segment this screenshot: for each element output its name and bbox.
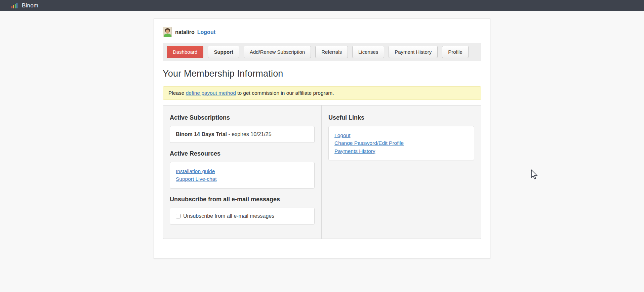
membership-panel: Active Subscriptions Binom 14 Days Trial… (163, 105, 481, 239)
tab-referrals[interactable]: Referrals (315, 46, 348, 58)
list-item: Change Password/Edit Profile (334, 139, 468, 147)
brand-name: Binom (22, 2, 38, 9)
tab-support[interactable]: Support (208, 46, 239, 58)
mouse-cursor-icon (530, 169, 538, 179)
list-item: Installation guide (176, 167, 309, 175)
resources-card: Installation guide Support Live-chat (170, 162, 315, 189)
useful-logout-link[interactable]: Logout (334, 132, 350, 138)
payments-history-link[interactable]: Payments History (334, 148, 375, 154)
change-password-edit-profile-link[interactable]: Change Password/Edit Profile (334, 140, 404, 146)
tab-bar: Dashboard Support Add/Renew Subscription… (163, 43, 481, 61)
username-label: nataliro (175, 29, 195, 35)
topbar: Binom (0, 0, 644, 11)
user-avatar (163, 27, 172, 37)
tab-add-renew-subscription[interactable]: Add/Renew Subscription (244, 46, 311, 58)
useful-links-card: Logout Change Password/Edit Profile Paym… (328, 126, 474, 160)
list-item: Logout (334, 131, 468, 139)
alert-text-prefix: Please (168, 90, 186, 96)
user-row: nataliro Logout (163, 27, 481, 37)
subscription-name: Binom 14 Days Trial (176, 131, 227, 137)
useful-links-title: Useful Links (328, 114, 474, 121)
active-subscriptions-title: Active Subscriptions (170, 114, 315, 121)
logout-link[interactable]: Logout (197, 29, 215, 35)
binom-barchart-logo-icon (11, 3, 18, 8)
list-item: Support Live-chat (176, 175, 309, 183)
support-live-chat-link[interactable]: Support Live-chat (176, 176, 217, 182)
subscription-card: Binom 14 Days Trial - expires 10/21/25 (170, 126, 315, 143)
installation-guide-link[interactable]: Installation guide (176, 168, 215, 174)
alert-text-suffix: to get commission in our affiliate progr… (236, 90, 334, 96)
unsubscribe-checkbox-label: Unsubscribe from all e-mail messages (183, 213, 274, 219)
tab-dashboard[interactable]: Dashboard (167, 46, 203, 58)
list-item: Payments History (334, 147, 468, 155)
panel-left-column: Active Subscriptions Binom 14 Days Trial… (163, 106, 321, 239)
panel-right-column: Useful Links Logout Change Password/Edit… (321, 106, 481, 239)
subscription-expiry: - expires 10/21/25 (227, 131, 272, 137)
payout-warning-alert: Please define payout method to get commi… (163, 86, 481, 100)
tab-profile[interactable]: Profile (442, 46, 469, 58)
active-resources-title: Active Resources (170, 150, 315, 157)
unsubscribe-card: Unsubscribe from all e-mail messages (170, 208, 315, 224)
membership-card: nataliro Logout Dashboard Support Add/Re… (154, 18, 490, 259)
page-title: Your Membership Information (163, 69, 481, 79)
unsubscribe-checkbox-row[interactable]: Unsubscribe from all e-mail messages (176, 213, 309, 219)
tab-licenses[interactable]: Licenses (352, 46, 384, 58)
tab-payment-history[interactable]: Payment History (389, 46, 438, 58)
define-payout-method-link[interactable]: define payout method (186, 90, 236, 96)
unsubscribe-title: Unsubscribe from all e-mail messages (170, 196, 315, 203)
unsubscribe-checkbox[interactable] (176, 214, 180, 218)
